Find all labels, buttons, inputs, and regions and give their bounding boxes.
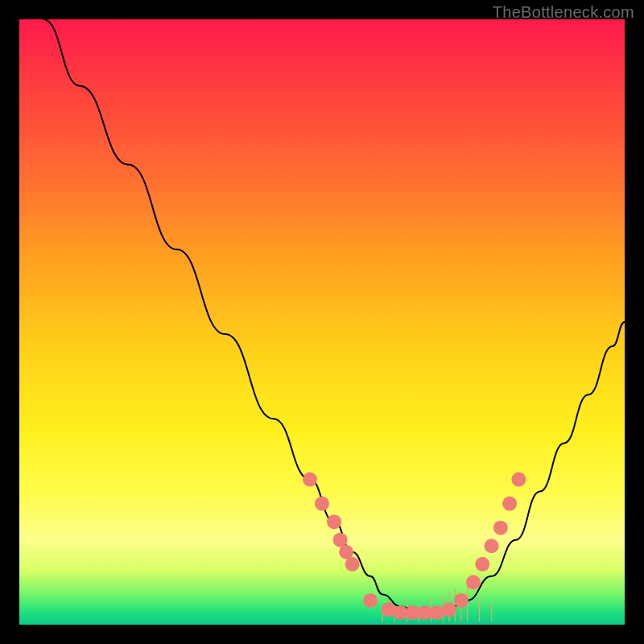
highlight-dot xyxy=(327,514,341,529)
highlight-dot xyxy=(475,557,489,572)
highlight-dot xyxy=(382,602,396,617)
highlight-dot xyxy=(430,605,444,620)
highlight-dot xyxy=(454,593,469,608)
highlight-dot xyxy=(511,473,526,487)
chart-stage: TheBottleneck.com xyxy=(0,0,644,644)
highlight-dot xyxy=(345,557,360,572)
highlight-dot xyxy=(315,497,329,511)
highlight-dot xyxy=(466,575,481,589)
highlight-dot xyxy=(502,497,517,511)
highlight-dot xyxy=(485,539,499,553)
highlight-dot xyxy=(442,602,456,617)
highlight-dot xyxy=(303,473,317,487)
plot-area xyxy=(19,19,625,625)
dots-layer xyxy=(19,19,625,625)
highlight-dot xyxy=(363,593,378,608)
highlight-dot xyxy=(493,521,508,535)
